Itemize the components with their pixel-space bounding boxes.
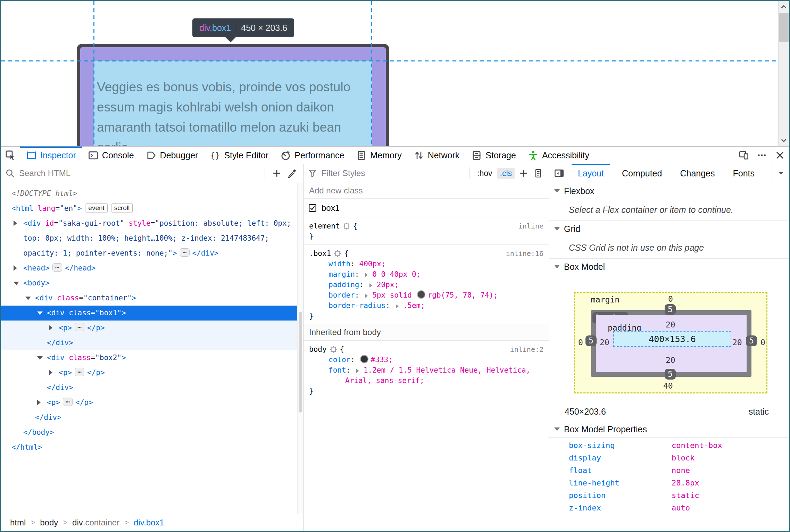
padding-bottom-value[interactable]: 20 (666, 356, 675, 365)
border-right-value[interactable]: 5 (746, 335, 757, 346)
breadcrumb-item[interactable]: html (10, 518, 26, 527)
expand-value-icon[interactable] (365, 273, 370, 277)
css-declaration[interactable]: font: 1.2em / 1.5 Helvetica Neue, Helvet… (309, 365, 543, 386)
property-name[interactable]: border (329, 291, 355, 299)
expand-arrow-icon[interactable] (14, 221, 20, 226)
menu-button[interactable] (753, 147, 771, 164)
toolbox-tab-storage[interactable]: Storage (465, 147, 522, 164)
scroll-down-icon[interactable] (779, 135, 789, 146)
property-name[interactable]: font (329, 366, 346, 374)
collapsed-content-ellipsis[interactable]: ⋯ (63, 398, 73, 406)
rule-selector[interactable]: element (309, 221, 340, 231)
collapsed-content-ellipsis[interactable]: ⋯ (75, 323, 84, 331)
markup-node-row[interactable]: <div class="box2"> (1, 350, 298, 365)
tab-layout[interactable]: Layout (569, 164, 613, 183)
toolbox-tab-console[interactable]: Console (82, 147, 140, 164)
markup-node-row[interactable]: <div id="saka-gui-root" style="position:… (1, 216, 298, 261)
expand-value-icon[interactable] (396, 304, 401, 308)
expand-value-icon[interactable] (356, 369, 361, 373)
property-value[interactable]: rgb(75, 70, 74) (428, 291, 494, 299)
event-badge[interactable]: event (85, 203, 107, 213)
expand-value-icon[interactable] (369, 283, 374, 288)
tab-fonts[interactable]: Fonts (724, 164, 764, 183)
page-scrollbar[interactable] (778, 1, 789, 146)
rule-source-link[interactable]: inline:2 (510, 344, 543, 355)
close-button[interactable] (771, 147, 789, 164)
padding-right-value[interactable]: 20 (732, 338, 742, 347)
markup-node-row[interactable]: </div> (1, 380, 298, 395)
border-left-value[interactable]: 5 (585, 335, 597, 346)
toolbox-tab-performance[interactable]: Performance (274, 147, 350, 164)
toolbox-tab-network[interactable]: Network (408, 147, 466, 164)
breadcrumb-item[interactable]: div.box1 (134, 518, 164, 527)
scrollbar-thumb[interactable] (779, 13, 789, 42)
border-top-value[interactable]: 5 (665, 304, 676, 315)
toolbox-tab-inspector[interactable]: Inspector (20, 147, 82, 164)
markup-node-row[interactable]: <p>⋯</p> (1, 321, 298, 335)
tab-changes[interactable]: Changes (671, 164, 724, 183)
expand-arrow-icon[interactable] (37, 356, 43, 363)
expand-arrow-icon[interactable] (37, 400, 43, 405)
markup-node-row[interactable]: <div class="box1"> (1, 306, 298, 321)
tab-computed[interactable]: Computed (613, 164, 671, 183)
property-name[interactable]: margin (329, 270, 355, 279)
add-rule-button[interactable] (519, 168, 529, 178)
scroll-badge[interactable]: scroll (111, 203, 133, 213)
breadcrumb-item[interactable]: body (40, 518, 58, 527)
markup-node-row[interactable]: </div> (1, 410, 298, 425)
toolbox-tab-accessibility[interactable]: Accessibility (522, 147, 595, 164)
color-swatch[interactable] (360, 355, 368, 363)
highlight-target-icon[interactable] (343, 222, 350, 230)
expand-arrow-icon[interactable] (25, 297, 31, 303)
css-declaration[interactable]: padding: 20px; (309, 280, 543, 290)
property-name[interactable]: color (329, 356, 350, 364)
markup-node-row[interactable]: <html lang="en">eventscroll (1, 201, 298, 216)
property-value[interactable]: 1.2em / 1.5 Helvetica Neue, Helvetica, A… (345, 366, 530, 385)
css-declaration[interactable]: color: #333; (309, 355, 543, 365)
sidebar-toggle-icon[interactable] (549, 164, 569, 183)
property-value[interactable]: 0 0 40px 0 (372, 270, 416, 279)
expand-arrow-icon[interactable] (49, 325, 55, 331)
css-declaration[interactable]: border: 5px solid rgb(75, 70, 74); (309, 290, 543, 300)
box-model-section-header[interactable]: Box Model (549, 259, 789, 275)
rule-selector[interactable]: body (309, 344, 327, 355)
scroll-up-icon[interactable] (779, 2, 789, 12)
toggle-classes-button[interactable]: .cls (497, 168, 515, 179)
toggle-pseudo-classes-button[interactable]: :hov (474, 168, 495, 179)
markup-node-row[interactable]: <!DOCTYPE html> (1, 186, 298, 201)
markup-node-row[interactable]: </body> (1, 425, 298, 440)
expand-arrow-icon[interactable] (37, 311, 43, 318)
add-node-button[interactable] (272, 168, 282, 178)
margin-left-value[interactable]: 0 (578, 338, 583, 347)
class-checkbox[interactable] (308, 204, 317, 212)
border-bottom-value[interactable]: 5 (665, 369, 676, 380)
rule-source-link[interactable]: inline (518, 221, 543, 231)
toolbox-tab-memory[interactable]: Memory (350, 147, 407, 164)
expand-arrow-icon[interactable] (49, 370, 55, 375)
margin-top-value[interactable]: 0 (668, 294, 673, 304)
css-declaration[interactable]: margin: 0 0 40px 0; (309, 269, 543, 280)
color-swatch[interactable] (417, 290, 425, 299)
property-name[interactable]: border-radius (329, 301, 385, 310)
collapsed-content-ellipsis[interactable]: ⋯ (52, 263, 62, 272)
box-model-properties-header[interactable]: Box Model Properties (549, 421, 789, 438)
markup-node-row[interactable]: <p>⋯</p> (1, 365, 298, 380)
markup-node-row[interactable]: <body> (1, 276, 298, 291)
breadcrumb-item[interactable]: div.container (72, 518, 119, 527)
all-tabs-chevron-icon[interactable] (773, 164, 789, 183)
markup-node-row[interactable]: </html> (1, 440, 298, 455)
flexbox-section-header[interactable]: Flexbox (549, 183, 789, 199)
markup-scrollbar[interactable] (297, 183, 303, 514)
css-declaration[interactable]: border-radius: .5em; (309, 300, 543, 311)
padding-left-value[interactable]: 20 (600, 338, 609, 347)
markup-scrollbar-thumb[interactable] (299, 312, 302, 413)
responsive-mode-button[interactable] (735, 147, 753, 164)
collapsed-content-ellipsis[interactable]: ⋯ (180, 248, 190, 257)
box-model-content-region[interactable]: 400×153.6 (613, 331, 731, 347)
search-html-input[interactable]: Search HTML (19, 168, 261, 178)
class-toggle-row[interactable]: box1 (303, 199, 549, 217)
markup-node-row[interactable]: <head>⋯</head> (1, 261, 298, 276)
print-media-icon[interactable] (533, 168, 543, 178)
property-name[interactable]: padding (329, 281, 359, 289)
collapsed-content-ellipsis[interactable]: ⋯ (75, 368, 84, 376)
